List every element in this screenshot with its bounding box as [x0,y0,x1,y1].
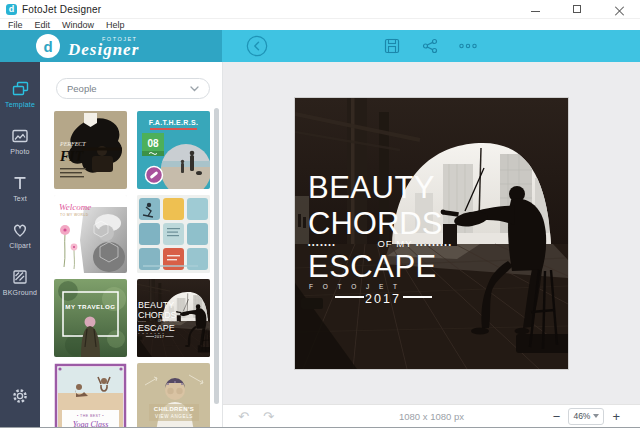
settings-button[interactable] [11,387,29,409]
sidebar-item-template[interactable]: Template [0,70,40,117]
share-icon [422,38,438,54]
template-thumb-travelog[interactable]: MY TRAVELOG [54,279,127,357]
design-year: 2017 [365,292,401,306]
template-thumb-childrens[interactable]: CHILDREN'S VIEW ANGELS [137,363,210,427]
status-bar: ↶ ↷ 1080 x 1080 px − 46% + [223,404,640,427]
design-canvas[interactable]: BEAUTY CHORDS ••••••• OF MY ••••••••• ES… [295,98,568,369]
redo-button[interactable]: ↷ [256,405,281,428]
canvas-area: BEAUTY CHORDS ••••••• OF MY ••••••••• ES… [223,62,640,404]
thumb8-line2: VIEW ANGELS [155,414,193,419]
template-icon [10,79,30,99]
thumb2-badge: 08 [147,138,159,149]
minimize-button[interactable] [514,0,556,18]
menu-bar: File Edit Window Help [0,18,640,30]
back-button[interactable] [246,30,268,62]
back-icon [246,35,268,57]
thumb3-script: Welcome [59,202,91,212]
zoom-caret-icon [593,414,599,418]
sidebar-item-photo[interactable]: Photo [0,117,40,164]
menu-file[interactable]: File [0,19,29,31]
category-dropdown[interactable]: People [56,78,210,99]
photo-icon [10,126,30,146]
template-thumb-fathers[interactable]: F.A.T.H.E.R.S. 08 [137,111,210,189]
more-icon [458,38,478,54]
brand-name-label: Designer [68,42,139,57]
thumb5-title: MY TRAVELOG [65,303,115,310]
template-thumb-yoga[interactable]: • THE BEST • Yoga Class [54,363,127,427]
template-panel: People PERFECT FIT [40,62,222,427]
heart-icon [10,220,30,240]
menu-edit[interactable]: Edit [29,19,57,31]
save-button[interactable] [381,30,403,62]
text-label: Text [13,195,27,202]
toolbar: d FOTOJET Designer [0,30,640,62]
thumb7-script: Yoga Class [73,420,109,427]
bkground-label: BKGround [3,289,37,296]
zoom-controls: − 46% + [545,405,640,428]
menu-help[interactable]: Help [100,19,131,31]
title-bar: d FotoJet Designer [0,0,640,18]
design-word1: BEAUTY [308,170,435,205]
thumb2-title: F.A.T.H.E.R.S. [149,119,198,126]
zoom-level-value: 46% [573,411,593,421]
close-icon [615,5,624,14]
sidebar: Template Photo Text Clipa [0,62,40,427]
sidebar-item-clipart[interactable]: Clipart [0,211,40,258]
template-thumb-perfect-fit[interactable]: PERFECT FIT [54,111,127,189]
photo-label: Photo [10,148,29,155]
design-scene: BEAUTY CHORDS ••••••• OF MY ••••••••• ES… [295,98,568,369]
template-thumb-beauty-chords[interactable] [137,279,210,357]
thumb3-sub: TO MY WORLD [60,213,89,217]
workspace: BEAUTY CHORDS ••••••• OF MY ••••••••• ES… [222,62,640,427]
app-logo-icon: d [6,4,17,15]
fotojet-logo-icon: d [36,34,60,58]
thumb1-line2: FIT [59,149,85,164]
template-label: Template [5,101,35,108]
template-thumb-welcome[interactable]: Welcome TO MY WORLD [54,195,127,273]
design-dots-left: ••••••• [308,241,336,248]
zoom-in-button[interactable]: + [604,405,628,428]
more-options-button[interactable] [457,30,479,62]
panel-scrollbar[interactable] [214,108,219,404]
brand-area: d FOTOJET Designer [0,30,222,62]
text-icon [10,173,30,193]
background-icon [10,267,30,287]
minimize-icon [531,11,540,12]
zoom-out-button[interactable]: − [545,405,569,428]
save-icon [384,38,400,54]
clipart-label: Clipart [9,242,31,249]
menu-window[interactable]: Window [56,19,100,31]
gear-icon [11,387,29,405]
brand-wordmark: FOTOJET Designer [68,36,139,57]
undo-icon: ↶ [238,409,249,424]
window-controls [514,0,640,18]
thumb7-small: • THE BEST • [77,414,104,418]
undo-button[interactable]: ↶ [223,405,256,428]
close-button[interactable] [598,0,640,18]
share-button[interactable] [419,30,441,62]
thumb1-line1: PERFECT [59,141,86,147]
design-dots-right: ••••••••• [416,241,452,248]
category-value: People [67,83,190,94]
sidebar-item-bkground[interactable]: BKGround [0,258,40,305]
template-thumb-travel-collage[interactable] [137,195,210,273]
sidebar-item-text[interactable]: Text [0,164,40,211]
maximize-button[interactable] [556,0,598,18]
redo-icon: ↷ [263,409,274,424]
design-of-my: OF MY [377,238,412,249]
zoom-level-select[interactable]: 46% [568,408,604,425]
design-word2: CHORDS [308,206,442,241]
design-word3: ESCAPE [308,249,437,284]
app-window: d FotoJet Designer File Edit Window Help… [0,0,640,428]
maximize-icon [573,5,581,13]
chevron-down-icon [190,86,199,92]
design-brand: F O T O J E T [309,283,401,290]
template-grid: PERFECT FIT F.A.T.H.E.R.S. [40,99,222,427]
window-title: FotoJet Designer [22,4,101,15]
thumb8-line1: CHILDREN'S [154,406,194,412]
brand-top-label: FOTOJET [102,36,139,42]
